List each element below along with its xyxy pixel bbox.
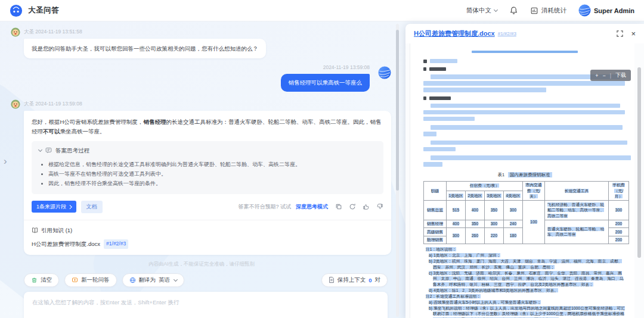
document-panel-header: H公司差旅费管理制度.docx #1/#2/#3 × <box>405 24 644 42</box>
chevron-down-icon <box>494 8 498 12</box>
table-notes: 注1：地区说明：a) 1类地区：北京、上海、广州、深圳；b) 2类地区：杭州、珠… <box>423 247 626 318</box>
message-meta: 大圣 2024-11-19 13:51:58 <box>24 29 82 36</box>
chevron-right-icon <box>68 205 72 208</box>
doc-note-line: 注2：长途交通工具标准说明： <box>423 294 626 300</box>
thumbs-down-icon[interactable] <box>376 203 383 210</box>
scrollbar-thumb[interactable] <box>396 30 399 191</box>
header-actions: 简体中文 消耗统计 Super Admin <box>466 4 634 17</box>
sidebar-expand-handle[interactable]: › <box>1 154 10 169</box>
user-message-avatar <box>378 66 391 82</box>
citation-header: 引用知识 (1) <box>32 226 383 235</box>
chat-scrollbar[interactable] <box>396 24 399 317</box>
feedback-icons <box>335 203 383 210</box>
citation-item: H公司差旅费管理制度.docx #1/#2/#3 <box>32 239 383 249</box>
citation-refs[interactable]: #1/#2/#3 <box>104 239 128 249</box>
doc-note-line: 注1：地区说明： <box>423 247 626 252</box>
bot-message: 大圣 2024-11-19 13:51:58 我是您的问答助手大圣，我可以帮您回… <box>11 27 392 58</box>
ai-disclaimer: 内容由AI生成，不能保证完全准确，请仔细甄别 <box>11 261 392 268</box>
thinking-title: 答案思考过程 <box>55 146 89 155</box>
new-chat-icon <box>72 277 78 283</box>
bot-message-bubble: 我是您的问答助手大圣，我可以帮您回答一些公司政策相关的问题，您有什么想知道的么？ <box>24 39 266 58</box>
doc-note-line: c) 3类地区：沈阳、无锡、济南、哈尔滨、长春、泉州、石家庄、南宁、金华、贵阳、… <box>423 270 626 288</box>
citation-title: 引用知识 (1) <box>41 226 72 235</box>
top-bar: 大圣问答 简体中文 消耗统计 Super Admin <box>0 0 644 21</box>
clear-button[interactable]: 清空 <box>24 273 59 287</box>
thinking-bullet: 高铁一等座不在销售经理的可选交通工具列表中。 <box>48 169 376 179</box>
document-refs[interactable]: #1/#2/#3 <box>498 31 516 36</box>
globe-icon <box>129 277 136 283</box>
doc-zoom-controls: + − | 下载 <box>590 70 631 81</box>
expense-standard-table: 职级 住宿费（元/夜） 市内交通费（元/天） 长途交通工具 手机费（元/月） 1… <box>423 181 629 245</box>
keep-context-toggle[interactable]: 保持上下文 0 对 <box>321 273 388 287</box>
doc-note-line: b) 2类地区：杭州、珠海、厦门、海南、大连、天津、烟台、青岛、宁波、温州、福州… <box>423 258 626 270</box>
document-viewer: 表1国内差旅费报销标准 职级 住宿费（元/夜） 市内交通费（元/天） 长途交通工… <box>405 43 644 318</box>
new-round-button[interactable]: 新一轮问答 <box>64 273 117 287</box>
app-logo-icon <box>10 4 23 17</box>
composer <box>24 292 388 318</box>
user-menu[interactable]: Super Admin <box>578 4 634 17</box>
language-selector[interactable]: 简体中文 <box>466 7 497 15</box>
bot-message: 大圣 2024-11-19 13:59:08 您好，根据H公司营销系统差旅费管理… <box>11 99 392 254</box>
app-window: 大圣问答 简体中文 消耗统计 Super Admin 大圣 2024-11-19 <box>0 0 644 318</box>
copy-icon[interactable] <box>335 203 342 210</box>
chat-area: 大圣 2024-11-19 13:51:58 我是您的问答助手大圣，我可以帮您回… <box>0 21 401 318</box>
chat-toolbar: 清空 新一轮问答 翻译为 英语 保持上下文 0 对 <box>24 273 388 287</box>
regenerate-icon[interactable] <box>349 203 356 210</box>
doc-note-line: d) 4类地区：除1、2、3类外的地级城市和3类地区的外围县市区、郊县。 <box>423 288 626 294</box>
document-scrollbar[interactable] <box>637 46 641 316</box>
table-row: 销售总监 515 400 350 300 100 飞机经济舱、普通火车硬卧、轮船… <box>424 201 629 220</box>
keep-context-count: 0 <box>369 277 371 283</box>
citation-doc-name[interactable]: H公司差旅费管理制度.docx <box>32 239 100 248</box>
feedback-hint: 答案不符合预期? 试试 <box>238 202 291 211</box>
thinking-bullets: 根据给定信息，销售经理的长途交通工具标准明确列出为普通火车硬卧、轮船二等舱、动车… <box>48 160 376 189</box>
message-input[interactable] <box>24 292 388 318</box>
document-chip[interactable]: 文档 <box>81 201 103 213</box>
brand: 大圣问答 <box>10 4 59 17</box>
scrollbar-thumb[interactable] <box>637 67 641 258</box>
bot-avatar <box>11 99 20 109</box>
notification-bell-icon[interactable] <box>509 6 518 15</box>
user-avatar <box>578 4 591 17</box>
bot-avatar <box>11 27 20 37</box>
zoom-out-button[interactable]: − <box>602 73 605 79</box>
divider <box>24 220 391 220</box>
fullscreen-icon[interactable] <box>617 30 623 37</box>
thumbs-up-icon[interactable] <box>363 203 370 210</box>
stats-icon <box>530 7 538 15</box>
doc-note-line: b) 乘坐飞机的说明：经理级（含）以上人员，出发地与目的地之间直线距离超过100… <box>423 305 626 318</box>
zoom-in-button[interactable]: + <box>595 73 598 79</box>
document-preview-panel: H公司差旅费管理制度.docx #1/#2/#3 × 表1国内差旅费报销标准 职… <box>405 24 644 318</box>
user-message-bubble: 销售经理可以乘高铁一等座么 <box>281 74 370 92</box>
trash-icon <box>31 277 38 283</box>
thinking-toggle[interactable]: 答案思考过程 <box>39 146 376 155</box>
download-button[interactable]: 下载 <box>615 71 626 79</box>
doc-redacted-text <box>423 51 626 167</box>
thinking-bullet: 因此，销售经理不符合乘坐高铁一等座的条件。 <box>48 179 376 188</box>
thinking-bullet: 根据给定信息，销售经理的长途交通工具标准明确列出为普通火车硬卧、轮船二等舱、动车… <box>48 160 376 169</box>
document-title-link[interactable]: H公司差旅费管理制度.docx <box>414 29 495 38</box>
user-name: Super Admin <box>594 7 634 14</box>
user-message-time: 2024-11-19 13:59:08 <box>11 64 370 70</box>
usage-stats-label: 消耗统计 <box>541 7 566 15</box>
thinking-panel: 答案思考过程 根据给定信息，销售经理的长途交通工具标准明确列出为普通火车硬卧、轮… <box>32 141 383 194</box>
translate-button[interactable]: 翻译为 英语 <box>122 273 185 287</box>
deep-think-mode-link[interactable]: 深度思考模式 <box>296 202 328 211</box>
thinking-bubble-icon <box>45 147 52 154</box>
document-page: 表1国内差旅费报销标准 职级 住宿费（元/夜） 市内交通费（元/天） 长途交通工… <box>410 43 634 318</box>
close-icon[interactable]: × <box>631 30 636 38</box>
answer-paragraph: 您好，根据H公司营销系统差旅费管理制度，销售经理的长途交通工具标准为：普通火车硬… <box>32 117 383 135</box>
app-title: 大圣问答 <box>28 5 59 15</box>
doc-note-line: a) 连续乘坐普通火车5小时以上的人员，可乘坐普通火车硬卧； <box>423 300 626 305</box>
answer-actions: 1条来源片段 文档 答案不符合预期? 试试 深度思考模式 <box>32 201 383 213</box>
translate-language: 英语 <box>159 276 170 284</box>
language-label: 简体中文 <box>466 7 491 15</box>
bot-answer-bubble: 您好，根据H公司营销系统差旅费管理制度，销售经理的长途交通工具标准为：普通火车硬… <box>24 111 391 254</box>
page-icon <box>329 276 335 283</box>
doc-note-line: a) 1类地区：北京、上海、广州、深圳； <box>423 252 626 258</box>
collapse-chevron-icon <box>38 148 42 152</box>
source-snippets-button[interactable]: 1条来源片段 <box>32 201 76 213</box>
book-icon <box>32 227 38 233</box>
message-meta: 大圣 2024-11-19 13:59:08 <box>24 101 82 108</box>
user-message: 2024-11-19 13:59:08 销售经理可以乘高铁一等座么 <box>11 64 374 92</box>
usage-stats-button[interactable]: 消耗统计 <box>530 7 566 15</box>
